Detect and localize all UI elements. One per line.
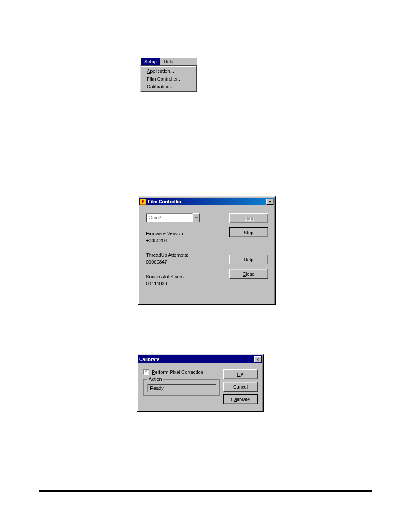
- calibrate-dialog: Calibrate Perform Pixel Correction Actio…: [137, 354, 264, 412]
- app-icon: [140, 199, 146, 205]
- start-label: Start: [243, 216, 253, 221]
- close-icon[interactable]: [266, 199, 273, 205]
- stop-button[interactable]: Stop: [229, 227, 268, 237]
- setup-dropdown: Application... Film Controller... Calibr…: [140, 66, 197, 92]
- menu-item-calibration[interactable]: Calibration...: [142, 83, 196, 90]
- com-port-select[interactable]: Com2: [146, 213, 200, 222]
- close-icon[interactable]: [254, 356, 261, 362]
- help-button[interactable]: Help: [229, 255, 268, 264]
- horizontal-rule: [39, 490, 372, 492]
- chevron-down-icon[interactable]: [193, 213, 200, 222]
- film-title: Film Controller: [148, 199, 181, 204]
- calibrate-button[interactable]: Calibrate: [223, 394, 258, 404]
- menu-setup-rest: etup: [147, 59, 156, 64]
- setup-menu: Setup Help Application... Film Controlle…: [140, 57, 197, 92]
- cancel-button[interactable]: Cancel: [223, 382, 258, 392]
- film-button-column: Start Stop Help Close: [229, 213, 268, 279]
- start-button: Start: [229, 213, 268, 223]
- action-group: Action Ready: [143, 379, 220, 396]
- action-status: Ready: [147, 384, 216, 392]
- scans-value: 00111826: [146, 280, 268, 287]
- film-titlebar: Film Controller: [139, 198, 274, 205]
- film-controller-dialog: Film Controller Com2 Firmware Version: +…: [138, 196, 276, 305]
- menu-help-rest: elp: [167, 59, 174, 64]
- calibrate-button-column: OK Cancel Calibrate: [223, 369, 258, 404]
- menu-help[interactable]: Help: [160, 58, 177, 65]
- action-legend: Action: [147, 376, 163, 382]
- menu-item-film-controller[interactable]: Film Controller...: [142, 75, 196, 83]
- calibrate-titlebar: Calibrate: [138, 355, 262, 363]
- pixel-correction-checkbox[interactable]: [143, 369, 149, 375]
- calibrate-title: Calibrate: [139, 357, 159, 362]
- menu-setup[interactable]: Setup: [141, 58, 160, 65]
- com-port-value: Com2: [146, 213, 193, 222]
- menu-item-application[interactable]: Application...: [142, 67, 196, 75]
- menu-bar: Setup Help: [140, 57, 197, 66]
- close-button[interactable]: Close: [229, 269, 268, 279]
- ok-button[interactable]: OK: [223, 369, 258, 379]
- menu-help-accel: H: [164, 59, 167, 64]
